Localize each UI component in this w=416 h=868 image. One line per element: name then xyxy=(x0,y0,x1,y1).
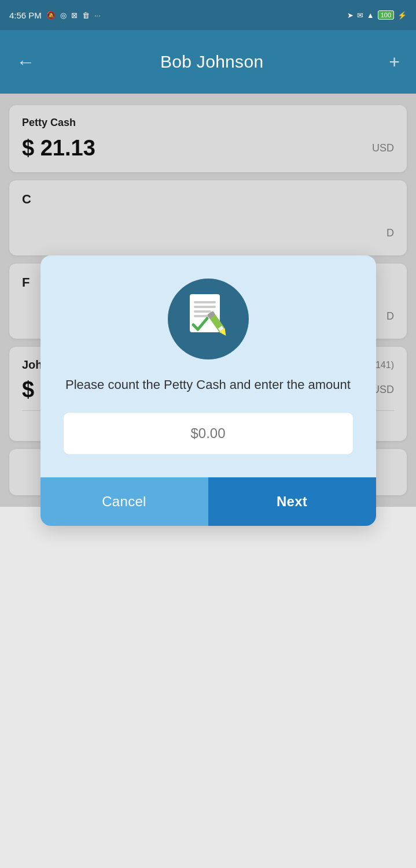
send-icon: ➤ xyxy=(347,11,354,20)
circle-icon: ◎ xyxy=(60,11,67,20)
modal-body: Please count the Petty Cash and enter th… xyxy=(41,255,376,477)
status-bar-right: ➤ ✉ ▲ 100 ⚡ xyxy=(347,10,407,20)
document-icon-svg xyxy=(185,293,231,345)
svg-rect-3 xyxy=(194,310,211,313)
modal-buttons: Cancel Next xyxy=(41,477,376,526)
box-icon: ⊠ xyxy=(71,11,78,20)
add-button[interactable]: + xyxy=(389,51,400,73)
cancel-button[interactable]: Cancel xyxy=(41,477,208,526)
status-bar-left: 4:56 PM 🔕 ◎ ⊠ 🗑 ··· xyxy=(9,10,101,20)
delete-icon: 🗑 xyxy=(82,11,90,20)
next-button[interactable]: Next xyxy=(208,477,376,526)
battery-icon: 100 xyxy=(378,10,394,20)
petty-cash-modal: Please count the Petty Cash and enter th… xyxy=(41,255,376,526)
amount-input[interactable] xyxy=(75,425,341,442)
status-bar: 4:56 PM 🔕 ◎ ⊠ 🗑 ··· ➤ ✉ ▲ 100 ⚡ xyxy=(0,0,416,30)
bolt-icon: ⚡ xyxy=(397,11,407,20)
back-button[interactable]: ← xyxy=(16,51,35,73)
main-content: Petty Cash $ 21.13 USD C D F D John (...… xyxy=(0,94,416,507)
mail-icon: ✉ xyxy=(357,11,363,20)
page-title: Bob Johnson xyxy=(160,52,263,72)
modal-input-wrapper[interactable] xyxy=(64,413,353,454)
svg-rect-1 xyxy=(194,301,216,303)
svg-rect-2 xyxy=(194,306,216,308)
modal-message: Please count the Petty Cash and enter th… xyxy=(65,376,351,394)
mute-icon: 🔕 xyxy=(46,11,56,20)
more-icon: ··· xyxy=(94,11,101,20)
wifi-icon: ▲ xyxy=(367,11,374,20)
document-icon-circle xyxy=(168,279,249,359)
page-header: ← Bob Johnson + xyxy=(0,30,416,94)
status-time: 4:56 PM xyxy=(9,10,42,20)
